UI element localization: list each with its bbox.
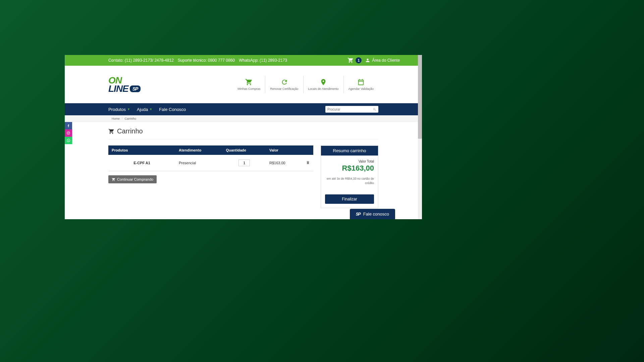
cart-column: Produtos Atendimento Quantidade Valor E-… xyxy=(108,145,313,208)
svg-point-1 xyxy=(68,132,69,134)
header-action-label: Minhas Compras xyxy=(237,87,260,91)
summary-installment: em até 3x de R$54,33 no cartão de crédit… xyxy=(325,177,374,185)
cart-icon xyxy=(347,57,354,63)
logo-line: LINE xyxy=(108,84,128,93)
header: ON LINE SP Minhas Compras Renovar Certif… xyxy=(65,66,422,103)
fale-conosco-float[interactable]: SP Fale conosco xyxy=(350,209,395,219)
cart-count-badge: 1 xyxy=(356,57,362,63)
breadcrumb-current: Carrinho xyxy=(125,117,137,120)
search-box[interactable] xyxy=(325,106,378,113)
summary-total-label: Valor Total xyxy=(325,160,374,163)
client-area-link[interactable]: Área do Cliente xyxy=(365,58,400,63)
content: Produtos Atendimento Quantidade Valor E-… xyxy=(65,139,422,208)
nav-label: Fale Conosco xyxy=(159,107,186,112)
whatsapp-button[interactable] xyxy=(65,137,72,144)
social-sidebar xyxy=(65,122,72,144)
page-title: Carrinho xyxy=(117,127,143,135)
whatsapp-icon xyxy=(66,138,70,142)
facebook-button[interactable] xyxy=(65,122,72,129)
th-actions xyxy=(303,145,313,155)
nav-menu: Produtos ▼ Ajuda ▼ Fale Conosco xyxy=(108,107,186,112)
nav-ajuda[interactable]: Ajuda ▼ xyxy=(137,107,152,112)
cell-qty xyxy=(222,155,266,171)
header-action-renovar[interactable]: Renovar Certificação xyxy=(265,76,303,94)
cart-icon xyxy=(112,178,115,181)
cart-icon xyxy=(108,128,114,134)
facebook-icon xyxy=(66,124,70,128)
th-produtos: Produtos xyxy=(108,145,175,155)
logo[interactable]: ON LINE SP xyxy=(108,76,141,93)
cart-table: Produtos Atendimento Quantidade Valor E-… xyxy=(108,145,313,171)
breadcrumb-home[interactable]: Home xyxy=(112,117,120,120)
location-icon xyxy=(320,78,327,86)
th-valor: Valor xyxy=(266,145,303,155)
summary-title: Resumo carrinho xyxy=(321,146,378,156)
scrollbar-thumb[interactable] xyxy=(418,55,422,139)
breadcrumb: Home / Carrinho xyxy=(65,115,422,122)
navbar: Produtos ▼ Ajuda ▼ Fale Conosco xyxy=(65,103,422,115)
summary-total-value: R$163,00 xyxy=(325,164,374,173)
cell-delete xyxy=(303,155,313,171)
cell-service: Presencial xyxy=(175,155,222,171)
contact-phone: Contato: (11) 2893-2173/ 2478-4812 xyxy=(108,58,174,63)
search-input[interactable] xyxy=(327,108,373,111)
nav-label: Produtos xyxy=(108,107,126,112)
nav-fale-conosco[interactable]: Fale Conosco xyxy=(159,107,186,112)
svg-point-2 xyxy=(69,132,69,132)
header-action-label: Agendar Validação xyxy=(348,87,374,91)
browser-frame: Contato: (11) 2893-2173/ 2478-4812 Supor… xyxy=(65,55,422,219)
page-title-wrap: Carrinho xyxy=(108,122,378,139)
summary-box: Resumo carrinho Valor Total R$163,00 em … xyxy=(321,145,378,208)
header-actions: Minhas Compras Renovar Certificação Loca… xyxy=(233,76,378,94)
scrollbar-track xyxy=(418,55,422,219)
table-header-row: Produtos Atendimento Quantidade Valor xyxy=(108,145,313,155)
user-icon xyxy=(365,58,370,63)
cart-icon xyxy=(245,78,253,86)
calendar-icon xyxy=(357,78,365,86)
refresh-icon xyxy=(281,78,288,86)
summary-column: Resumo carrinho Valor Total R$163,00 em … xyxy=(321,145,378,208)
caret-down-icon: ▼ xyxy=(127,108,130,111)
th-atendimento: Atendimento xyxy=(175,145,222,155)
cell-value: R$163,00 xyxy=(266,155,303,171)
header-action-label: Renovar Certificação xyxy=(270,87,298,91)
client-area-label: Área do Cliente xyxy=(372,58,400,63)
search-icon xyxy=(373,108,376,111)
table-row: E-CPF A1 Presencial R$163,00 xyxy=(108,155,313,171)
caret-down-icon: ▼ xyxy=(149,108,152,111)
breadcrumb-separator: / xyxy=(122,117,123,120)
sp-icon: SP xyxy=(356,212,361,217)
header-action-compras[interactable]: Minhas Compras xyxy=(233,76,265,94)
logo-sp-badge: SP xyxy=(130,85,141,92)
fale-label: Fale conosco xyxy=(363,212,389,217)
header-action-label: Locais de Atendimento xyxy=(308,87,339,91)
quantity-input[interactable] xyxy=(238,160,250,166)
th-quantidade: Quantidade xyxy=(222,145,266,155)
continue-label: Continuar Comprando xyxy=(117,177,153,181)
nav-label: Ajuda xyxy=(137,107,148,112)
cart-link[interactable]: 1 xyxy=(347,57,362,63)
summary-body: Valor Total R$163,00 em até 3x de R$54,3… xyxy=(321,156,378,189)
continue-shopping-button[interactable]: Continuar Comprando xyxy=(108,175,157,183)
nav-produtos[interactable]: Produtos ▼ xyxy=(108,107,130,112)
support-phone: Suporte técnico: 0800 777 0860 xyxy=(178,58,235,63)
topbar-contact-info: Contato: (11) 2893-2173/ 2478-4812 Supor… xyxy=(108,58,287,63)
header-action-agendar[interactable]: Agendar Validação xyxy=(343,76,378,94)
header-action-locais[interactable]: Locais de Atendimento xyxy=(303,76,343,94)
whatsapp-phone: WhatsApp: (11) 2893-2173 xyxy=(239,58,287,63)
instagram-button[interactable] xyxy=(65,129,72,137)
cell-product: E-CPF A1 xyxy=(108,155,175,171)
trash-icon[interactable] xyxy=(306,161,310,165)
topbar-right: 1 Área do Cliente xyxy=(347,57,400,63)
topbar: Contato: (11) 2893-2173/ 2478-4812 Supor… xyxy=(65,55,422,66)
instagram-icon xyxy=(66,131,70,135)
finalize-button[interactable]: Finalizar xyxy=(325,194,374,204)
